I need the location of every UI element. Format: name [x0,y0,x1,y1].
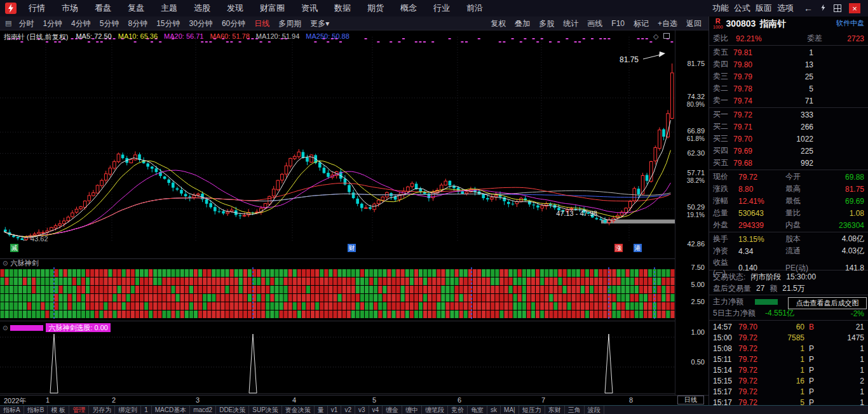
tab-macd2[interactable]: macd2 [190,406,216,414]
tab-管理[interactable]: 管理 [69,406,89,414]
tab-短压力[interactable]: 短压力 [519,406,545,414]
tab-龟室[interactable]: 龟室 [468,406,487,414]
tick-row[interactable]: 15:1779.721P1 [709,386,868,397]
menu-item-看盘[interactable]: 看盘 [86,0,119,17]
tick-row[interactable]: 15:0079.7275851475 [709,332,868,343]
tab-MACD基本[interactable]: MACD基本 [152,406,190,414]
tool-叠加[interactable]: 叠加 [510,17,534,30]
lightning-icon[interactable] [820,4,826,13]
bid-row[interactable]: 买三79.701022 [709,133,868,145]
tab-竞价[interactable]: 竞价 [448,406,468,414]
bid-row[interactable]: 买二79.71266 [709,121,868,133]
period-分时[interactable]: 分时 [14,17,38,30]
close-icon[interactable]: × [849,3,860,13]
tick-row[interactable]: 15:0879.721P1 [709,343,868,354]
menu-item-复盘[interactable]: 复盘 [119,0,153,17]
stock-title-row[interactable]: R1000 300803 指南针 软件中盘 [709,17,868,32]
period-5分钟[interactable]: 5分钟 [95,17,124,30]
tab-波段[interactable]: 波段 [585,406,604,414]
tab-资金决策[interactable]: 资金决策 [282,406,315,414]
collapse-icon[interactable]: ⊙ [3,260,8,267]
tick-row[interactable]: 14:5779.7060B21 [709,321,868,332]
period-日线[interactable]: 日线 [250,17,274,30]
ask-row[interactable]: 卖四79.8013 [709,58,868,70]
ask-row[interactable]: 卖三79.7925 [709,70,868,83]
period-box[interactable]: 日线 [677,396,704,404]
menu-item-公式[interactable]: 公式 [731,0,753,17]
tab-v4[interactable]: v4 [369,406,383,414]
tab-v3[interactable]: v3 [355,406,369,414]
menu-item-市场[interactable]: 市场 [53,0,86,17]
tool-+自选[interactable]: +自选 [653,17,682,30]
maximize-panel-icon[interactable] [663,33,670,39]
tool-返回[interactable]: 返回 [682,17,706,30]
menu-item-期货[interactable]: 期货 [359,0,392,17]
tab-量[interactable]: 量 [315,406,328,414]
menu-item-数据[interactable]: 数据 [326,0,359,17]
tab-v2[interactable]: v2 [341,406,355,414]
tab-1[interactable]: 1 [141,406,152,414]
grid-layout-icon[interactable] [834,4,841,12]
bid-row[interactable]: 买五79.68992 [709,157,868,169]
liumai-indicator-panel[interactable] [0,267,675,321]
tool-标记[interactable]: 标记 [629,17,653,30]
menu-item-财富圈[interactable]: 财富圈 [252,0,293,17]
ask-row[interactable]: 卖五79.811 [709,46,868,58]
tool-F10[interactable]: F10 [607,17,629,30]
tab-绑定到[interactable]: 绑定到 [115,406,141,414]
menu-item-版面[interactable]: 版面 [753,0,775,17]
tab-DDE决策[interactable]: DDE决策 [216,406,249,414]
period-8分钟[interactable]: 8分钟 [123,17,152,30]
tab-缠笔段[interactable]: 缠笔段 [422,406,448,414]
tab-指标A[interactable]: 指标A [0,406,24,414]
tab-v1[interactable]: v1 [328,406,342,414]
menu-item-前沿[interactable]: 前沿 [458,0,491,17]
tool-画线[interactable]: 画线 [583,17,607,30]
tab-缠金[interactable]: 缠金 [383,406,402,414]
menu-item-行业[interactable]: 行业 [425,0,458,17]
period-15分钟[interactable]: 15分钟 [152,17,184,30]
app-logo-icon[interactable] [5,3,17,14]
candlestick-chart[interactable]: 47.13 - 47.98← 43.6281.75减财涨港 [0,30,675,258]
period-1分钟[interactable]: 1分钟 [38,17,67,30]
tool-复权[interactable]: 复权 [486,17,510,30]
tab-sk[interactable]: sk [487,406,501,414]
tab-SUP决策[interactable]: SUP决策 [249,406,282,414]
tick-row[interactable]: 15:1479.721P1 [709,364,868,375]
period-多周期[interactable]: 多周期 [274,17,306,30]
afterhours-tooltip[interactable]: 点击查看盘后成交图 [788,297,867,309]
tab-三角[interactable]: 三角 [565,406,585,414]
bid-row[interactable]: 买四79.69225 [709,145,868,157]
menu-item-主题[interactable]: 主题 [153,0,186,17]
tab-缠中[interactable]: 缠中 [402,406,422,414]
back-arrow-icon[interactable]: ← [804,4,813,13]
menu-item-概念[interactable]: 概念 [392,0,425,17]
ask-row[interactable]: 卖二79.785 [709,83,868,95]
period-30分钟[interactable]: 30分钟 [185,17,217,30]
tab-另存为[interactable]: 另存为 [89,406,115,414]
collapse-icon[interactable]: ⊙ [3,324,8,331]
period-60分钟[interactable]: 60分钟 [217,17,250,30]
menu-item-发现[interactable]: 发现 [219,0,252,17]
tab-东财[interactable]: 东财 [545,406,565,414]
tool-统计[interactable]: 统计 [559,17,583,30]
bid-row[interactable]: 买一79.72333 [709,109,868,121]
menu-item-功能[interactable]: 功能 [710,0,731,17]
tab-指标B[interactable]: 指标B [24,406,48,414]
tab-MA|[interactable]: MA| [501,406,519,414]
menu-item-行情[interactable]: 行情 [20,0,53,17]
menu-item-资讯[interactable]: 资讯 [293,0,326,17]
ask-row[interactable]: 卖一79.7471 [709,95,868,107]
menu-item-选项[interactable]: 选项 [775,0,796,17]
diamond-marker-icon[interactable]: ◇ [653,32,658,41]
stock-sector-link[interactable]: 软件中盘 [836,18,864,28]
menu-item-选股[interactable]: 选股 [186,0,219,17]
chart-doc-icon[interactable]: ▤ [3,19,14,27]
tab-模 板[interactable]: 模 板 [48,406,69,414]
period-更多▾[interactable]: 更多▾ [306,17,334,30]
tool-多股[interactable]: 多股 [534,17,559,30]
price-axis-label: 61.8% [675,135,705,142]
tick-row[interactable]: 15:1579.7216P2 [709,375,868,386]
tick-row[interactable]: 15:1179.721P1 [709,354,868,364]
period-4分钟[interactable]: 4分钟 [67,17,95,30]
